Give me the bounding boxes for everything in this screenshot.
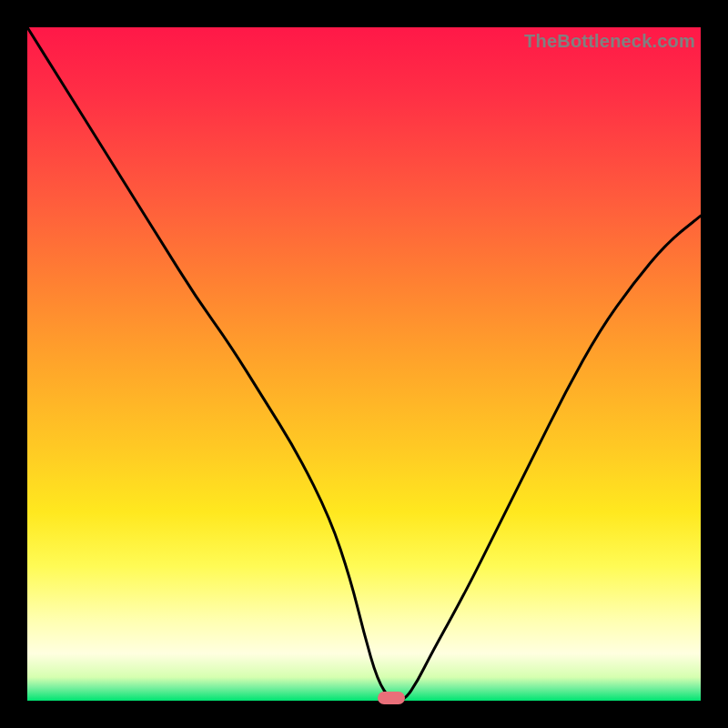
curve-path [27, 27, 701, 701]
optimum-marker [378, 692, 405, 704]
chart-frame: TheBottleneck.com [0, 0, 728, 728]
bottleneck-curve [27, 27, 701, 701]
plot-area: TheBottleneck.com [27, 27, 701, 701]
